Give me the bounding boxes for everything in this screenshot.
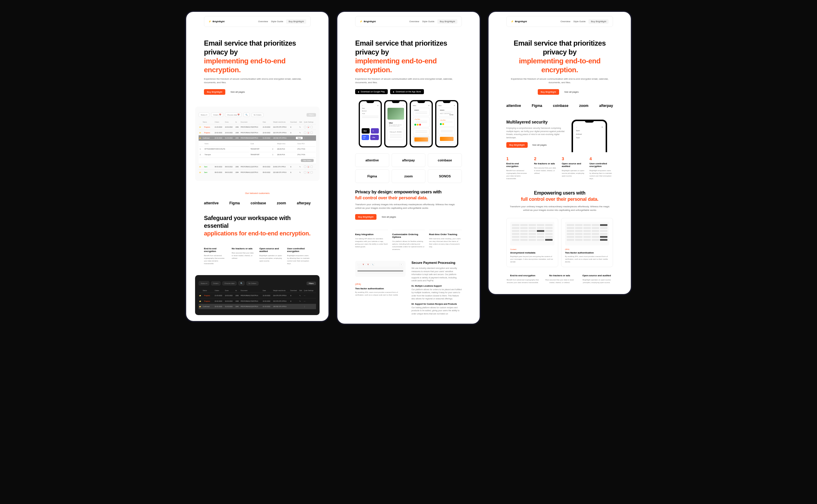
features-4col: End-to-end encryptionBenefit from advanc… (186, 243, 329, 269)
multilayered-section: Multilayered security Employing a compre… (488, 120, 631, 152)
hero-centered: Email service that prioritizes privacy b… (488, 27, 631, 101)
nav-cta[interactable]: Buy Brightlight (286, 19, 306, 24)
hero: Email service that prioritizes privacy b… (186, 27, 329, 101)
features-3col: Easy IntegrationOur baking API allows fo… (337, 226, 480, 255)
features-3col-center: End-to-end encryptionBenefit from advanc… (488, 267, 631, 288)
logo-row: attentiveFigmacoinbasezoomafterpay (488, 101, 631, 111)
empower-section: Empowering users withfull control over t… (488, 184, 631, 218)
variant-3: ⚡Brightlight Overview Style Guide Buy Br… (488, 12, 631, 294)
logo-zoom: zoom (277, 201, 286, 205)
logo-row: attentive Figma coinbase zoom afterpay (186, 198, 329, 208)
navbar: ⚡Brightlight Overview Style Guide Buy Br… (204, 16, 311, 27)
download-apple[interactable]: Download on the App Store (390, 89, 424, 94)
table-row[interactable]: 📁Progress21-03-202222-02-20221936PROFORM… (198, 124, 316, 130)
logo-grid: attentive afterpay coinbase Figma zoom S… (337, 153, 480, 183)
logo-coinbase: coinbase (251, 201, 266, 205)
filter-date[interactable]: Choose date 📅 (225, 113, 242, 117)
filters-btn[interactable]: Filters (307, 113, 316, 117)
brand[interactable]: ⚡Brightlight (209, 20, 225, 23)
logo-figma: Figma (230, 201, 240, 205)
variant-2: ⚡Brightlight Overview Style Guide Buy Br… (337, 12, 480, 324)
hero-title: Email service that prioritizes privacy b… (204, 39, 311, 74)
logo-attentive: attentive (204, 201, 219, 205)
features-numbered: 1End-to-end encryptionBenefit from advan… (488, 152, 631, 184)
logo-afterpay: afterpay (297, 201, 311, 205)
phone-half-mockup: ←⚙ Spam Archived Trash (571, 120, 607, 152)
table-row[interactable]: 📁Progress22-02-202222-02-20221938PROFORM… (198, 130, 316, 136)
hero-secondary[interactable]: See all pages (228, 89, 248, 95)
dashboard-light: Status ▾ Orders 📅 Choose date 📅 🔍 № Orde… (195, 107, 320, 181)
table-row-expanded[interactable]: 📂Confirmed22-02-202201-03-20221940PROFOR… (198, 135, 316, 141)
filter-status[interactable]: Status ▾ (198, 113, 209, 117)
two-cards: Content Anonymized metadata Brightlight … (488, 218, 631, 267)
download-google[interactable]: Download on Google Play (355, 89, 388, 94)
customers-label: Our beloved customers (245, 192, 270, 195)
orders-table: StatusOrdersDone№DocumentDateWeight nett… (198, 120, 316, 175)
safeguard-section: Safeguard your workspace with essentiala… (186, 208, 329, 243)
filter-orders[interactable]: Orders 📅 (211, 113, 223, 117)
hero-sub: Experience the freedom of secure communi… (204, 77, 311, 84)
navbar: ⚡Brightlight Overview Style Guide Buy Br… (355, 16, 462, 27)
table-row[interactable]: 📁Sent08-03-202208-03-20221984PROFORMA/11… (198, 170, 316, 175)
privacy-section: Privacy by design: empowering users with… (337, 183, 480, 226)
view-orders-btn[interactable]: View Orders (301, 159, 314, 162)
secure-payment-section: ▾📅📅🔍⚙ (2FA) Two-factor authentication By… (337, 255, 480, 324)
hero-cta[interactable]: Buy Brightlight (204, 89, 225, 95)
filter-search[interactable]: 🔍 (244, 113, 250, 117)
nav-overview[interactable]: Overview (258, 20, 268, 23)
nav-styleguide[interactable]: Style Guide (271, 20, 283, 23)
variant-1: ⚡Brightlight Overview Style Guide Buy Br… (186, 12, 329, 321)
table-row[interactable]: 📁Sent08-03-202208-03-20221983PROFORMA/11… (198, 164, 316, 170)
phone-mockups: ←⚙ Spam Archived Trash UberG HTML 2/15Of… (337, 100, 480, 147)
dashboard-dark: Status ▾ Orders Choose date 🔍 № Orders F… (195, 275, 320, 315)
hero: Email service that prioritizes privacy b… (337, 27, 480, 100)
navbar: ⚡Brightlight Overview Style Guide Buy Br… (506, 16, 613, 27)
filter-num[interactable]: № Orders (252, 113, 263, 117)
